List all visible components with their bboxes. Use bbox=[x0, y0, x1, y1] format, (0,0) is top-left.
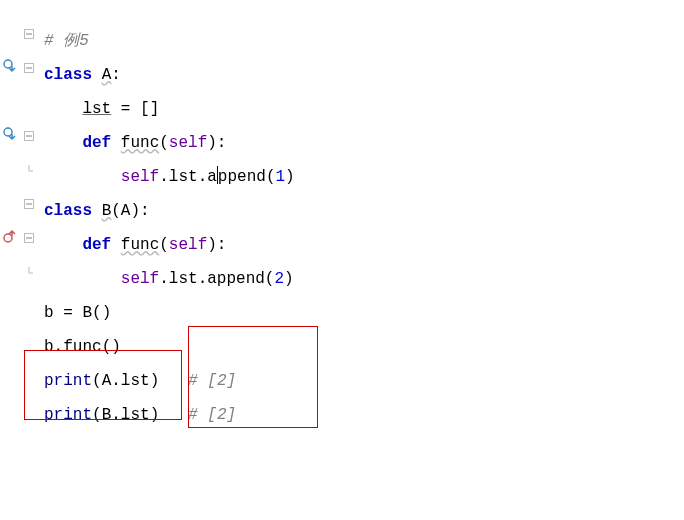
keyword-class: class bbox=[44, 202, 92, 220]
dot: . bbox=[111, 406, 121, 424]
function-name: func bbox=[121, 236, 159, 254]
code-line[interactable]: b.func() bbox=[40, 330, 684, 364]
paren-open: ( bbox=[92, 372, 102, 390]
builtin-print: print bbox=[44, 372, 92, 390]
paren-close: ) bbox=[284, 270, 294, 288]
class-name: A bbox=[102, 66, 112, 84]
dot: . bbox=[111, 372, 121, 390]
fold-end-icon[interactable] bbox=[23, 164, 35, 176]
variable: b bbox=[44, 304, 54, 322]
fold-toggle-icon[interactable] bbox=[23, 28, 35, 40]
equals: = bbox=[54, 304, 83, 322]
number-literal: 2 bbox=[274, 270, 284, 288]
builtin-print: print bbox=[44, 406, 92, 424]
code-line[interactable]: def func(self): bbox=[40, 126, 684, 160]
comment-text: # 例5 bbox=[44, 32, 89, 50]
variable: b bbox=[44, 338, 54, 356]
code-line[interactable]: # 例5 bbox=[40, 24, 684, 58]
paren-close: ): bbox=[130, 202, 149, 220]
code-editor[interactable]: # 例5 class A: lst = [] def func(self): s… bbox=[40, 0, 684, 520]
method-call: func bbox=[63, 338, 101, 356]
keyword-class: class bbox=[44, 66, 92, 84]
call-parens: () bbox=[92, 304, 111, 322]
brackets: [] bbox=[140, 100, 159, 118]
paren-close: ): bbox=[207, 236, 226, 254]
function-name: func bbox=[121, 134, 159, 152]
dot: . bbox=[198, 168, 208, 186]
code-line[interactable]: print(B.lst) # [2] bbox=[40, 398, 684, 432]
paren-close: ): bbox=[207, 134, 226, 152]
paren-close: ) bbox=[285, 168, 295, 186]
method: append bbox=[207, 168, 266, 186]
editor-gutter bbox=[0, 0, 40, 520]
dot: . bbox=[159, 270, 169, 288]
fold-toggle-icon[interactable] bbox=[23, 198, 35, 210]
paren-open: ( bbox=[111, 202, 121, 220]
override-down-icon[interactable] bbox=[2, 58, 18, 74]
arg-class: B bbox=[102, 406, 112, 424]
method: append bbox=[207, 270, 265, 288]
code-line[interactable]: class B(A): bbox=[40, 194, 684, 228]
paren-close: ) bbox=[150, 406, 160, 424]
code-line[interactable]: print(A.lst) # [2] bbox=[40, 364, 684, 398]
keyword-def: def bbox=[82, 134, 111, 152]
comment-text: # [2] bbox=[188, 372, 236, 390]
code-line[interactable]: class A: bbox=[40, 58, 684, 92]
fold-toggle-icon[interactable] bbox=[23, 130, 35, 142]
class-call: B bbox=[82, 304, 92, 322]
equals: = bbox=[111, 100, 140, 118]
fold-end-icon[interactable] bbox=[23, 266, 35, 278]
svg-point-2 bbox=[4, 234, 12, 242]
self-param: self bbox=[169, 134, 207, 152]
dot: . bbox=[159, 168, 169, 186]
attr: lst bbox=[169, 168, 198, 186]
fold-toggle-icon[interactable] bbox=[23, 62, 35, 74]
code-line[interactable]: def func(self): bbox=[40, 228, 684, 262]
number-literal: 1 bbox=[275, 168, 285, 186]
paren-open: ( bbox=[159, 236, 169, 254]
comment-text: # [2] bbox=[188, 406, 236, 424]
paren-open: ( bbox=[159, 134, 169, 152]
base-class: A bbox=[121, 202, 131, 220]
self-ref: self bbox=[121, 168, 159, 186]
self-ref: self bbox=[121, 270, 159, 288]
keyword-def: def bbox=[82, 236, 111, 254]
class-name: B bbox=[102, 202, 112, 220]
svg-point-1 bbox=[4, 128, 12, 136]
attr: lst bbox=[169, 270, 198, 288]
override-down-icon[interactable] bbox=[2, 126, 18, 142]
call-parens: () bbox=[102, 338, 121, 356]
svg-point-0 bbox=[4, 60, 12, 68]
arg-class: A bbox=[102, 372, 112, 390]
paren-open: ( bbox=[92, 406, 102, 424]
dot: . bbox=[54, 338, 64, 356]
code-line[interactable]: self.lst.append(1) bbox=[40, 160, 684, 194]
text-cursor bbox=[217, 166, 218, 184]
fold-toggle-icon[interactable] bbox=[23, 232, 35, 244]
arg-attr: lst bbox=[121, 406, 150, 424]
code-line[interactable]: lst = [] bbox=[40, 92, 684, 126]
paren-close: ) bbox=[150, 372, 160, 390]
self-param: self bbox=[169, 236, 207, 254]
code-line[interactable] bbox=[40, 0, 684, 24]
override-up-icon[interactable] bbox=[2, 228, 18, 244]
colon: : bbox=[111, 66, 121, 84]
code-line[interactable]: b = B() bbox=[40, 296, 684, 330]
arg-attr: lst bbox=[121, 372, 150, 390]
dot: . bbox=[198, 270, 208, 288]
attribute-name: lst bbox=[82, 100, 111, 118]
code-line[interactable]: self.lst.append(2) bbox=[40, 262, 684, 296]
